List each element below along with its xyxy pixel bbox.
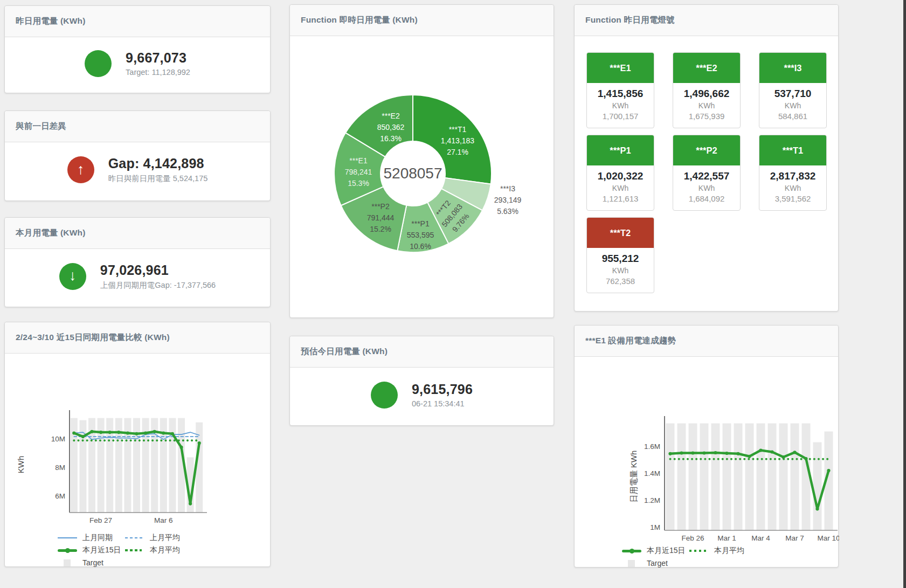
legend-item[interactable]: Target	[622, 558, 689, 569]
stat-yesterday: 9,667,073 Target: 11,128,992	[5, 37, 270, 93]
legend-item[interactable]: Target	[58, 557, 125, 568]
square-swatch-icon	[628, 560, 635, 567]
estimate-value: 9,615,796	[412, 382, 473, 397]
legend-item[interactable]: 本月平均	[125, 545, 180, 556]
svg-text:Mar 6: Mar 6	[154, 516, 173, 524]
donut-chart: ***T11,413,18327.1% ***I3293,1495.63% **…	[290, 36, 554, 317]
panel-e1-trend: ***E1 設備用電達成趨勢 1M1.2M1.4M1.6MFeb 26Mar 1…	[574, 325, 839, 568]
panel-day-gap: 與前一日差異 ↑ Gap: 4,142,898 昨日與前日用電量 5,524,1…	[4, 110, 271, 201]
svg-text:Mar 1: Mar 1	[717, 534, 736, 542]
tile-header: ***T1	[759, 135, 826, 165]
stat-estimate: 9,615,796 06-21 15:34:41	[290, 368, 554, 425]
tile-e1[interactable]: ***E1 1,415,856 KWh 1,700,157	[586, 52, 654, 128]
svg-text:Mar 7: Mar 7	[785, 534, 804, 542]
thick-line-swatch-icon	[58, 549, 77, 552]
panel-title[interactable]: 本月用電量 (KWh)	[16, 227, 86, 239]
svg-text:10M: 10M	[51, 435, 65, 443]
tile-i3[interactable]: ***I3 537,710 KWh 584,861	[759, 52, 827, 128]
chart-legend: 本月近15日 本月平均 Target	[622, 545, 744, 569]
tile-header: ***E1	[587, 53, 654, 83]
svg-text:Mar 10: Mar 10	[817, 534, 839, 542]
dotted-swatch-icon	[125, 549, 144, 551]
legend-item[interactable]: 本月平均	[689, 545, 744, 556]
dotted-swatch-icon	[689, 550, 709, 552]
line-swatch-icon	[58, 537, 77, 538]
slice-label-e2: ***E2850,36216.3%	[377, 110, 405, 144]
legend-item[interactable]: 上月同期	[58, 532, 125, 543]
e1-trend-line-chart[interactable]: 1M1.2M1.4M1.6MFeb 26Mar 1Mar 4Mar 7Mar 1…	[575, 412, 839, 547]
status-circle-green	[85, 50, 112, 77]
scrollbar[interactable]	[903, 0, 906, 588]
yesterday-value: 9,667,073	[126, 50, 190, 66]
panel-title[interactable]: 與前一日差異	[16, 121, 66, 132]
tile-e2[interactable]: ***E2 1,496,662 KWh 1,675,939	[673, 52, 741, 128]
thick-line-swatch-icon	[622, 550, 641, 552]
svg-text:Feb 26: Feb 26	[681, 534, 704, 542]
svg-text:1.6M: 1.6M	[644, 442, 660, 451]
panel-title[interactable]: 昨日用電量 (KWh)	[16, 16, 86, 27]
stat-month: ↓ 97,026,961 上個月同期用電Gap: -17,377,566	[5, 249, 270, 307]
dashboard: 昨日用電量 (KWh) 9,667,073 Target: 11,128,992…	[0, 0, 906, 588]
panel-header: 預估今日用電量 (KWh)	[290, 336, 554, 368]
tile-header: ***E2	[673, 53, 740, 83]
panel-estimated-today: 預估今日用電量 (KWh) 9,615,796 06-21 15:34:41	[289, 336, 554, 426]
panel-yesterday-usage: 昨日用電量 (KWh) 9,667,073 Target: 11,128,992	[4, 5, 271, 93]
slice-label-p1: ***P1553,59510.6%	[407, 218, 434, 252]
tile-t1[interactable]: ***T1 2,817,832 KWh 3,591,562	[759, 135, 827, 211]
tile-p2[interactable]: ***P2 1,422,557 KWh 1,684,092	[673, 135, 741, 211]
svg-text:1.4M: 1.4M	[644, 469, 660, 478]
panel-title[interactable]: ***E1 設備用電達成趨勢	[585, 335, 676, 347]
chart-legend: 上月同期 上月平均 本月近15日 本月平均 Target	[58, 532, 180, 568]
yesterday-target: Target: 11,128,992	[126, 68, 190, 77]
panel-month-usage: 本月用電量 (KWh) ↓ 97,026,961 上個月同期用電Gap: -17…	[4, 217, 271, 307]
panel-header: 昨日用電量 (KWh)	[5, 6, 270, 37]
light-tiles-grid: ***E1 1,415,856 KWh 1,700,157 ***E2 1,49…	[586, 52, 829, 293]
tile-t2[interactable]: ***T2 955,212 KWh 762,358	[586, 217, 654, 293]
arrow-down-circle-icon: ↓	[59, 263, 86, 290]
svg-text:6M: 6M	[55, 492, 65, 500]
panel-light-status: Function 昨日用電燈號 ***E1 1,415,856 KWh 1,70…	[574, 4, 839, 312]
comparison-line-chart[interactable]: 6M8M10MFeb 27Mar 6KWh	[5, 398, 271, 532]
panel-realtime-usage: Function 即時日用電量 (KWh) ***T11,413,18327.1…	[289, 4, 554, 318]
tile-header: ***I3	[759, 53, 826, 83]
legend-item[interactable]: 本月近15日	[58, 545, 125, 556]
svg-text:Mar 4: Mar 4	[751, 534, 770, 542]
donut-center-total: 5208057	[383, 165, 442, 182]
panel-15day-comparison: 2/24~3/10 近15日同期用電量比較 (KWh) 6M8M10MFeb 2…	[4, 322, 271, 567]
arrow-up-circle-icon: ↑	[67, 156, 94, 183]
legend-item[interactable]: 上月平均	[125, 532, 180, 543]
arrow-up-icon: ↑	[77, 162, 85, 177]
panel-header: 與前一日差異	[5, 111, 270, 142]
status-circle-green	[371, 382, 398, 409]
arrow-down-icon: ↓	[69, 268, 77, 283]
slice-label-i3: ***I3293,1495.63%	[494, 183, 522, 217]
panel-title[interactable]: Function 昨日用電燈號	[585, 15, 675, 26]
slice-label-p2: ***P2791,44415.2%	[367, 201, 395, 235]
tile-header: ***P1	[587, 135, 654, 165]
slice-label-t1: ***T11,413,18327.1%	[441, 124, 474, 158]
panel-header: Function 昨日用電燈號	[575, 5, 838, 36]
svg-text:1.2M: 1.2M	[644, 496, 660, 504]
svg-text:KWh: KWh	[16, 456, 25, 474]
tile-header: ***T2	[587, 218, 654, 248]
gap-value: Gap: 4,142,898	[108, 156, 208, 171]
panel-title[interactable]: Function 即時日用電量 (KWh)	[301, 15, 418, 26]
tile-p1[interactable]: ***P1 1,020,322 KWh 1,121,613	[586, 135, 654, 211]
svg-text:Feb 27: Feb 27	[89, 516, 112, 524]
dash-swatch-icon	[125, 537, 144, 538]
svg-text:1M: 1M	[650, 523, 660, 531]
tile-header: ***P2	[673, 135, 740, 165]
panel-header: 本月用電量 (KWh)	[5, 218, 270, 249]
stat-gap: ↑ Gap: 4,142,898 昨日與前日用電量 5,524,175	[5, 142, 270, 200]
square-swatch-icon	[64, 559, 71, 566]
panel-header: ***E1 設備用電達成趨勢	[575, 326, 838, 357]
legend-item[interactable]: 本月近15日	[622, 545, 689, 556]
svg-text:日用電量 KWh: 日用電量 KWh	[629, 451, 638, 503]
gap-subtitle: 昨日與前日用電量 5,524,175	[108, 174, 208, 184]
panel-title[interactable]: 2/24~3/10 近15日同期用電量比較 (KWh)	[16, 332, 170, 343]
slice-label-e1: ***E1798,24115.3%	[345, 155, 372, 189]
estimate-timestamp: 06-21 15:34:41	[412, 399, 473, 408]
svg-text:8M: 8M	[55, 464, 65, 472]
panel-title[interactable]: 預估今日用電量 (KWh)	[301, 346, 388, 357]
month-value: 97,026,961	[100, 262, 216, 278]
